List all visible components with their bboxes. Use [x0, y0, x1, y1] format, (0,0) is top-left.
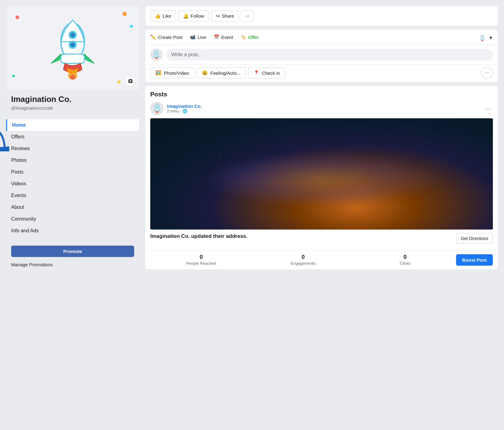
- post-input-row: Write a post...: [145, 45, 498, 65]
- sidebar-item-info-and-ads[interactable]: Info and Ads: [6, 225, 139, 237]
- sidebar-item-events[interactable]: Events: [6, 190, 139, 201]
- post-avatar-rocket: [152, 102, 163, 115]
- follow-button[interactable]: 🔔 Follow: [178, 11, 209, 22]
- dot-decoration: [12, 75, 15, 77]
- page-handle: @imaginationcocafe: [11, 105, 134, 111]
- post-time: 2 mins · 🌐: [167, 109, 202, 113]
- more-post-actions-button[interactable]: ···: [481, 67, 493, 78]
- more-dots-icon: ···: [485, 70, 489, 75]
- promote-button[interactable]: Promote: [11, 246, 134, 257]
- offer-icon: 🏷️: [241, 34, 246, 40]
- blue-arrow-decoration: [0, 124, 9, 152]
- galaxy-core: [202, 152, 442, 207]
- svg-point-15: [156, 53, 157, 55]
- svg-point-19: [156, 105, 158, 107]
- share-icon: ↪: [216, 13, 220, 19]
- sidebar-item-reviews[interactable]: Reviews: [6, 143, 139, 154]
- svg-rect-16: [155, 56, 158, 57]
- tab-live[interactable]: 📹 Live: [190, 34, 206, 41]
- svg-point-17: [156, 58, 157, 59]
- share-label: Share: [222, 13, 234, 19]
- profile-info: Imagination Co. @imaginationcocafe: [6, 90, 139, 117]
- dot-separator: ·: [180, 109, 181, 113]
- nav-list: Home Offers Reviews Photos Posts Videos …: [6, 117, 139, 239]
- people-reached-stat: 0 People Reached: [150, 254, 252, 266]
- create-post-tabs: ✏️ Create Post 📹 Live 📅 Event 🏷️ Offer: [145, 30, 498, 45]
- svg-rect-21: [155, 110, 159, 111]
- camera-button[interactable]: [125, 75, 136, 86]
- post-author-info: Imagination Co. 2 mins · 🌐: [150, 102, 202, 115]
- dot-decoration: [122, 12, 127, 16]
- create-post-area: ✏️ Create Post 📹 Live 📅 Event 🏷️ Offer: [145, 30, 498, 82]
- tab-create-post[interactable]: ✏️ Create Post: [150, 34, 182, 41]
- get-directions-button[interactable]: Get Directions: [456, 233, 493, 244]
- write-post-input[interactable]: Write a post...: [166, 49, 493, 61]
- manage-promotions-link[interactable]: Manage Promotions: [6, 259, 139, 272]
- location-pin-icon: 📍: [254, 70, 259, 76]
- post-caption: Imagination Co. updated their address.: [150, 233, 493, 239]
- posts-header: Posts: [145, 86, 498, 98]
- mini-avatar: [150, 48, 163, 61]
- sidebar-item-home[interactable]: Home: [6, 119, 139, 131]
- tab-event[interactable]: 📅 Event: [214, 34, 233, 41]
- tab-offer[interactable]: 🏷️ Offer: [241, 34, 258, 41]
- photo-video-label: Photo/Video: [164, 70, 189, 76]
- follow-icon: 🔔: [183, 13, 189, 19]
- post-author-name[interactable]: Imagination Co.: [167, 103, 202, 109]
- galaxy-background: [150, 118, 493, 230]
- sidebar-item-about[interactable]: About: [6, 201, 139, 213]
- photo-video-button[interactable]: 🖼️ Photo/Video: [150, 67, 194, 78]
- post-author-avatar: [150, 102, 164, 115]
- dot-decoration: [117, 80, 121, 83]
- pencil-icon: ✏️: [150, 34, 156, 40]
- svg-point-3: [70, 33, 75, 37]
- thumbs-up-icon: 👍: [155, 13, 161, 19]
- sidebar-item-photos[interactable]: Photos: [6, 154, 139, 166]
- post-meta-row: Imagination Co. 2 mins · 🌐 ···: [150, 102, 493, 115]
- follow-label: Follow: [191, 13, 204, 19]
- post-more-button[interactable]: ···: [483, 104, 493, 113]
- post-actions-row: 🖼️ Photo/Video 😀 Feeling/Activ... 📍 Chec…: [145, 65, 498, 82]
- sidebar-item-posts[interactable]: Posts: [6, 166, 139, 178]
- write-post-placeholder: Write a post...: [171, 52, 202, 57]
- clicks-label: Clicks: [400, 261, 411, 266]
- more-actions-button[interactable]: ···: [241, 10, 254, 22]
- globe-icon: 🌐: [182, 109, 187, 113]
- svg-point-10: [482, 36, 483, 36]
- svg-point-5: [70, 43, 75, 47]
- engagements-value: 0: [252, 254, 354, 260]
- main-content: 👍 Like 🔔 Follow ↪ Share ··· ✏️ Create Po…: [145, 6, 498, 269]
- post-stats-row: 0 People Reached 0 Engagements 0 Clicks …: [145, 250, 498, 269]
- svg-point-22: [156, 113, 158, 114]
- post-image: [150, 118, 493, 230]
- share-button[interactable]: ↪ Share: [211, 11, 239, 22]
- dot-decoration: [130, 25, 133, 28]
- boost-post-button[interactable]: Boost Post: [456, 254, 493, 266]
- svg-point-8: [70, 75, 75, 80]
- post-more-icon: ···: [485, 105, 490, 112]
- post-author-details: Imagination Co. 2 mins · 🌐: [167, 103, 202, 113]
- people-reached-label: People Reached: [186, 261, 216, 266]
- feeling-activity-button[interactable]: 😀 Feeling/Activ...: [197, 67, 246, 78]
- nav-divider: [11, 240, 134, 241]
- people-reached-value: 0: [150, 254, 252, 260]
- check-in-button[interactable]: 📍 Check in: [248, 67, 285, 78]
- posts-section: Posts: [145, 86, 498, 269]
- offer-label: Offer: [248, 35, 258, 40]
- engagements-stat: 0 Engagements: [252, 254, 354, 266]
- live-label: Live: [198, 35, 206, 40]
- create-post-label: Create Post: [158, 35, 182, 40]
- engagements-label: Engagements: [291, 261, 315, 266]
- sidebar-item-community[interactable]: Community: [6, 213, 139, 225]
- more-create-options[interactable]: ▼: [478, 33, 493, 42]
- like-button[interactable]: 👍 Like: [150, 11, 176, 22]
- svg-point-14: [156, 52, 157, 53]
- sidebar-item-videos[interactable]: Videos: [6, 178, 139, 190]
- post-card: Imagination Co. 2 mins · 🌐 ···: [145, 98, 498, 250]
- action-bar: 👍 Like 🔔 Follow ↪ Share ···: [145, 6, 498, 26]
- event-label: Event: [221, 35, 233, 40]
- sidebar-item-offers[interactable]: Offers: [6, 131, 139, 143]
- smile-icon: 😀: [202, 70, 208, 76]
- page-logo: [39, 14, 107, 82]
- chevron-down-icon: ▼: [489, 35, 493, 40]
